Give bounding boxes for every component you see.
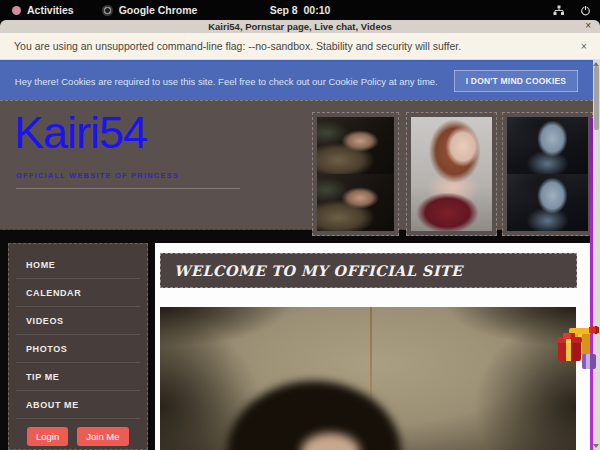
sidebar-nav: HOME CALENDAR VIDEOS PHOTOS TIP ME ABOUT… [8, 243, 148, 450]
window-title: Kairi54, Pornstar page, Live chat, Video… [208, 21, 392, 32]
gallery-thumb-3[interactable] [502, 112, 593, 236]
scroll-down-arrow-icon[interactable] [593, 444, 599, 448]
site-tagline: OFFICIALL WEBSITE OF PRINCESS [16, 171, 179, 180]
join-me-button[interactable]: Join Me [77, 427, 128, 446]
sidebar-item-home[interactable]: HOME [9, 251, 147, 278]
flag-warning-text: You are using an unsupported command-lin… [14, 40, 461, 52]
warning-close-icon[interactable]: × [581, 40, 587, 52]
dark-portrait-photo [507, 117, 588, 231]
browser-viewport: Hey there! Cookies are required to use t… [0, 60, 600, 450]
gift-widget[interactable] [558, 326, 600, 372]
red-bow-icon [589, 326, 599, 334]
flag-warning-bar: You are using an unsupported command-lin… [0, 33, 600, 60]
window-titlebar[interactable]: Kairi54, Pornstar page, Live chat, Video… [0, 20, 600, 33]
nav-divider [16, 418, 140, 419]
header-divider [16, 188, 240, 189]
gallery-thumb-2[interactable] [406, 112, 497, 236]
site-logo[interactable]: Kairi54 [14, 109, 147, 157]
sidebar-item-photos[interactable]: PHOTOS [9, 335, 147, 362]
login-button[interactable]: Login [27, 427, 68, 446]
purple-gift-icon [582, 354, 596, 369]
activities-button[interactable]: Activities [12, 4, 74, 16]
site-header: Kairi54 OFFICIALL WEBSITE OF PRINCESS [0, 100, 593, 230]
sidebar-item-about-me[interactable]: ABOUT ME [9, 391, 147, 418]
chrome-icon [102, 5, 113, 16]
main-photo [160, 307, 576, 450]
welcome-heading: WELCOME TO MY OFFICIAL SITE [160, 253, 577, 288]
network-icon[interactable] [553, 5, 565, 16]
main-panel: WELCOME TO MY OFFICIAL SITE [155, 243, 590, 450]
cookie-banner-text: Hey there! Cookies are required to use t… [15, 76, 438, 87]
redhead-selfie-photo [411, 117, 492, 231]
window-close-icon[interactable]: × [585, 20, 591, 33]
gnome-topbar: Activities Google Chrome Sep 8 00:10 [0, 0, 600, 20]
accept-cookies-button[interactable]: I DON'T MIND COOKIES [454, 70, 578, 92]
sidebar-item-calendar[interactable]: CALENDAR [9, 279, 147, 306]
app-menu-label: Google Chrome [119, 4, 198, 16]
power-icon[interactable] [580, 5, 591, 16]
scrollbar[interactable] [593, 60, 600, 450]
cookie-banner: Hey there! Cookies are required to use t… [0, 60, 593, 100]
sidebar-item-videos[interactable]: VIDEOS [9, 307, 147, 334]
app-menu-button[interactable]: Google Chrome [102, 4, 198, 16]
scrollbar-thumb[interactable] [594, 66, 599, 130]
site-page: Kairi54 OFFICIALL WEBSITE OF PRINCESS [0, 100, 593, 450]
bedroom-photo [317, 117, 394, 231]
activities-icon [12, 6, 21, 15]
gallery-thumb-1[interactable] [312, 112, 399, 236]
sidebar-item-tip-me[interactable]: TIP ME [9, 363, 147, 390]
red-gift-icon [558, 341, 581, 361]
activities-label: Activities [27, 4, 74, 16]
desktop-screen: Activities Google Chrome Sep 8 00:10 [0, 0, 600, 450]
